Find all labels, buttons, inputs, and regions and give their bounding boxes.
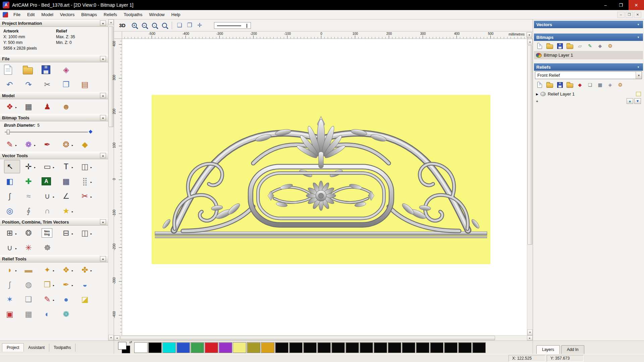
palette-swatch-21[interactable] <box>430 342 443 353</box>
zoom-window[interactable]: ▫ <box>150 21 159 30</box>
create-polyline[interactable]: ∠ <box>60 189 76 203</box>
select-vectors[interactable]: ↖ <box>4 160 20 173</box>
shape-editor[interactable]: ◗ <box>4 263 20 277</box>
sculpting-tools-flyout-arrow-icon[interactable] <box>53 267 56 273</box>
node-editing[interactable]: ✚ <box>23 175 39 188</box>
join-vectors-flyout-arrow-icon[interactable] <box>15 245 18 251</box>
wrap-text[interactable]: A <box>42 175 58 188</box>
delete-relief-layer[interactable]: ◈ <box>606 81 614 89</box>
paste-along-curve[interactable]: ▦ <box>60 175 76 188</box>
canvas-scroll-left-button[interactable] <box>114 336 120 341</box>
relief-from-vector[interactable]: ◆ <box>576 81 584 89</box>
create-rectangle-flyout-arrow-icon[interactable] <box>53 164 56 170</box>
set-model-size-flyout-arrow-icon[interactable] <box>15 104 18 110</box>
reliefs-menu-button[interactable] <box>636 65 641 69</box>
paint-flyout-arrow-icon[interactable] <box>15 141 18 147</box>
nesting[interactable]: Nes ting <box>42 226 58 240</box>
palette-swatch-23[interactable] <box>458 342 472 353</box>
menu-bitmaps[interactable]: Bitmaps <box>78 10 100 19</box>
palette-swatch-14[interactable] <box>331 342 345 353</box>
paint-selective-flyout-arrow-icon[interactable] <box>34 141 37 147</box>
relief-layer-item[interactable]: ▶ Relief Layer 1 <box>534 90 643 98</box>
spin-relief[interactable]: ✒ <box>60 278 76 291</box>
vector-tools-collapse-button[interactable] <box>100 153 106 158</box>
zoom-in[interactable]: + <box>130 21 139 30</box>
group-vectors-flyout-arrow-icon[interactable] <box>91 230 94 236</box>
bitmap-layer-item[interactable]: Bitmap Layer 1 <box>534 51 643 59</box>
palette-swatch-6[interactable] <box>219 342 232 353</box>
align-vectors[interactable]: ⊞ <box>4 226 20 240</box>
view-3d-button[interactable]: 3D <box>117 22 128 29</box>
save-bitmap-layer[interactable] <box>555 42 564 50</box>
mirror-vectors-flyout-arrow-icon[interactable] <box>91 164 94 170</box>
circular-array-copy[interactable]: ❂ <box>23 226 39 240</box>
palette-swatch-24[interactable] <box>472 342 486 353</box>
block-array-copy[interactable]: ⣿ <box>79 175 95 188</box>
relief-layer-stack[interactable]: ◪ <box>79 293 95 306</box>
canvas-h-scrollbar[interactable] <box>114 335 533 341</box>
window-maximize-button[interactable] <box>613 0 629 10</box>
line-width-selector[interactable] <box>214 22 251 29</box>
palette-swatch-17[interactable] <box>374 342 387 353</box>
bitmap-layer-options[interactable]: ❂ <box>606 42 614 50</box>
trim-vectors-flyout-arrow-icon[interactable] <box>91 193 94 199</box>
texture-relief-flyout-arrow-icon[interactable] <box>91 267 94 273</box>
mdi-close-button[interactable] <box>634 12 641 18</box>
tab-assistant[interactable]: Assistant <box>24 344 49 352</box>
pan-view[interactable]: ✛ <box>195 21 204 30</box>
menu-edit[interactable]: Edit <box>24 10 38 19</box>
relief-select[interactable]: Front Relief <box>535 71 642 79</box>
two-rail-sweep[interactable]: ∫ <box>4 278 20 291</box>
vector-doctor[interactable]: ∩ <box>42 204 58 218</box>
palette-swatch-10[interactable] <box>275 342 288 353</box>
layer-move-up-button[interactable]: ▲ <box>627 98 633 104</box>
create-spiral[interactable]: ☸ <box>42 241 58 254</box>
palette-swatch-19[interactable] <box>402 342 415 353</box>
redo[interactable]: ↷ <box>23 78 39 91</box>
relief-tool-c[interactable]: ◐ <box>42 307 58 321</box>
palette-swatch-20[interactable] <box>416 342 429 353</box>
relief-tool-d[interactable]: ❁ <box>60 307 76 321</box>
open-model[interactable] <box>23 63 39 76</box>
create-ring[interactable]: ◎ <box>4 204 20 218</box>
spin-relief-flyout-arrow-icon[interactable] <box>72 282 75 288</box>
palette-swatch-4[interactable] <box>191 342 204 353</box>
relief-select-dropdown-icon[interactable] <box>636 72 642 79</box>
zoom-extents[interactable] <box>160 21 169 30</box>
two-curve-shape[interactable]: ◒ <box>79 278 95 291</box>
smudge-relief[interactable]: ✎ <box>42 293 58 306</box>
palette-swatch-11[interactable] <box>289 342 303 353</box>
mirror-vectors[interactable]: ◫ <box>79 160 95 173</box>
face-wizard[interactable]: ☻ <box>60 100 76 113</box>
add-layer-mark[interactable]: + <box>536 99 538 103</box>
relief-layer-visibility-toggle[interactable] <box>636 92 641 96</box>
create-arc[interactable]: ∪ <box>42 189 58 203</box>
weave-wizard[interactable]: ◍ <box>23 278 39 291</box>
vector-fill[interactable]: ◧ <box>4 175 20 188</box>
paste[interactable]: ▤ <box>79 78 95 91</box>
file-collapse-button[interactable] <box>100 56 106 61</box>
shape-editor-flyout-arrow-icon[interactable] <box>15 267 18 273</box>
create-star-flyout-arrow-icon[interactable] <box>72 208 75 214</box>
import-clipart[interactable]: ♟ <box>42 100 58 113</box>
join-vectors[interactable]: ∪ <box>4 241 20 254</box>
import-model[interactable]: ◈ <box>60 63 76 76</box>
canvas-scroll-right-button[interactable] <box>527 336 533 341</box>
palette-swatch-8[interactable] <box>247 342 260 353</box>
menu-file[interactable]: File <box>10 10 24 19</box>
edit-bitmap-layer[interactable]: ✎ <box>586 42 594 50</box>
tab-layers[interactable]: Layers <box>536 345 560 354</box>
palette-swatch-1[interactable] <box>148 342 162 353</box>
block-array-flyout-arrow-icon[interactable] <box>72 230 75 236</box>
palette-swatch-16[interactable] <box>360 342 373 353</box>
palette-swatch-13[interactable] <box>317 342 331 353</box>
create-arc-flyout-arrow-icon[interactable] <box>53 193 56 199</box>
relief-tools-collapse-button[interactable] <box>100 256 106 261</box>
extrude-relief[interactable]: ❒ <box>42 278 58 291</box>
position-combine-collapse-button[interactable] <box>100 219 106 225</box>
interactive-sculpting[interactable]: ✶ <box>4 293 20 306</box>
new-bitmap-layer[interactable] <box>535 42 544 50</box>
bitmaps-menu-button[interactable] <box>636 35 641 40</box>
edit-colour-palette-flyout-arrow-icon[interactable] <box>72 141 75 147</box>
menu-window[interactable]: Window <box>146 10 168 19</box>
